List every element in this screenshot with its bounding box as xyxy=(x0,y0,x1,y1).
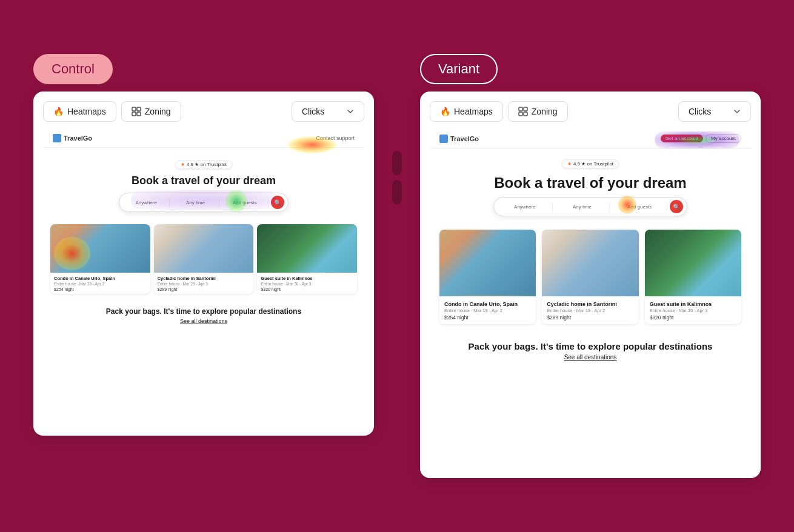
svg-rect-7 xyxy=(524,112,527,116)
control-card-1-info: Condo in Canale Urio, Spain Entire house… xyxy=(50,273,150,294)
variant-grid-icon xyxy=(518,107,528,116)
control-cards: Condo in Canale Urio, Spain Entire house… xyxy=(43,224,364,300)
control-toolbar: 🔥 Heatmaps Zoning Clicks xyxy=(43,101,364,122)
heat-variant-card1 xyxy=(439,295,536,296)
variant-search-bar[interactable]: Anywhere Any time Add guests 🔍 xyxy=(493,197,687,216)
control-logo: TravelGo xyxy=(53,134,92,142)
variant-search-anywhere[interactable]: Anywhere xyxy=(498,202,553,211)
variant-footer-link[interactable]: See all destinations xyxy=(442,354,739,361)
main-layout: Control 🔥 Heatmaps Zoning xyxy=(33,54,761,478)
variant-card-1[interactable]: Condo in Canale Urio, Spain Entire house… xyxy=(439,230,536,324)
variant-clicks-label: Clicks xyxy=(689,107,711,116)
variant-get-account-pill[interactable]: Get an account xyxy=(661,135,703,142)
svg-rect-1 xyxy=(137,107,141,111)
variant-rating-star: ★ xyxy=(567,161,572,167)
control-zoning-label: Zoning xyxy=(145,107,171,116)
control-card-2[interactable]: Cycladic home in Santorini Entire house … xyxy=(154,224,254,294)
variant-fire-icon: 🔥 xyxy=(440,107,450,116)
variant-card-2[interactable]: Cycladic home in Santorini Entire house … xyxy=(542,230,638,324)
variant-footer: Pack your bags. It's time to explore pop… xyxy=(430,331,751,367)
svg-rect-5 xyxy=(524,107,527,111)
variant-rating-text: 4.9 ★ on Trustpilot xyxy=(573,161,613,167)
variant-footer-title: Pack your bags. It's time to explore pop… xyxy=(442,341,739,351)
variant-card-1-image xyxy=(439,230,536,296)
control-card-2-image xyxy=(154,224,254,273)
variant-heatmaps-button[interactable]: 🔥 Heatmaps xyxy=(430,101,503,122)
control-search-anytime[interactable]: Any time xyxy=(172,198,219,207)
variant-card-1-title: Condo in Canale Urio, Spain xyxy=(444,301,531,307)
variant-card-1-info: Condo in Canale Urio, Spain Entire house… xyxy=(439,296,536,324)
variant-toolbar: 🔥 Heatmaps Zoning Clicks xyxy=(430,101,751,122)
fire-icon: 🔥 xyxy=(53,107,64,116)
control-card-1-image xyxy=(50,224,150,273)
connector-bottom xyxy=(392,180,402,204)
variant-card-3[interactable]: Guest suite in Kalimnos Entire house · M… xyxy=(645,230,741,324)
control-contact-support: Contact support xyxy=(316,135,355,141)
variant-card-3-image xyxy=(645,230,741,296)
control-clicks-label: Clicks xyxy=(302,107,324,116)
logo-icon xyxy=(53,134,61,142)
control-heatmaps-label: Heatmaps xyxy=(67,107,106,116)
heat-card1 xyxy=(54,237,90,270)
control-card-1-price: $254 night xyxy=(54,287,147,291)
control-card-3-price: $320 night xyxy=(261,287,353,291)
variant-logo-icon xyxy=(439,135,448,143)
control-nav-right: Contact support xyxy=(316,135,355,141)
variant-panel-col: Variant 🔥 Heatmaps Zoning xyxy=(420,54,761,478)
control-search-guests[interactable]: Add guests xyxy=(222,198,269,207)
control-card-3[interactable]: Guest suite in Kalimnos Entire house · M… xyxy=(257,224,357,294)
control-card-2-info: Cycladic home in Santorini Entire house … xyxy=(154,273,254,294)
variant-nav-pills: Get an account My account xyxy=(661,134,741,143)
variant-hero: ★ 4.9 ★ on Trustpilot Book a travel of y… xyxy=(430,148,751,230)
control-footer-link[interactable]: See all destinations xyxy=(55,318,352,324)
variant-search-guests[interactable]: Add guests xyxy=(612,202,667,211)
svg-rect-2 xyxy=(132,112,136,116)
connector xyxy=(392,54,402,204)
variant-heatmaps-label: Heatmaps xyxy=(454,107,493,116)
variant-zoning-button[interactable]: Zoning xyxy=(508,101,568,122)
control-card-1-title: Condo in Canale Urio, Spain xyxy=(54,276,147,281)
variant-zoning-label: Zoning xyxy=(532,107,558,116)
variant-chevron-down-icon xyxy=(733,108,741,115)
variant-search-button[interactable]: 🔍 xyxy=(670,200,683,213)
control-clicks-dropdown[interactable]: Clicks xyxy=(292,101,364,122)
svg-rect-3 xyxy=(137,112,141,116)
grid-icon xyxy=(132,107,141,116)
variant-card-3-subtitle: Entire house · Mar 20 - Apr 3 xyxy=(650,308,736,313)
variant-hero-title: Book a travel of your dream xyxy=(436,173,745,192)
control-search-anywhere[interactable]: Anywhere xyxy=(123,198,170,207)
control-card-1[interactable]: Condo in Canale Urio, Spain Entire house… xyxy=(50,224,150,294)
control-card-3-title: Guest suite in Kalimnos xyxy=(261,276,353,281)
control-mockup: TravelGo Contact support ★ 4.9 ★ on Trus… xyxy=(43,129,364,426)
control-card-3-info: Guest suite in Kalimnos Entire house · M… xyxy=(257,273,357,294)
svg-rect-4 xyxy=(519,107,522,111)
control-card-3-image xyxy=(257,224,357,273)
variant-card-2-image xyxy=(542,230,638,296)
variant-my-account-pill[interactable]: My account xyxy=(706,134,741,143)
variant-preview-frame: TravelGo Get an account My account ★ xyxy=(430,129,751,468)
control-heatmaps-button[interactable]: 🔥 Heatmaps xyxy=(43,101,116,122)
variant-card-3-title: Guest suite in Kalimnos xyxy=(650,301,736,307)
control-label: Control xyxy=(33,54,113,84)
control-footer: Pack your bags. It's time to explore pop… xyxy=(43,300,364,329)
variant-label: Variant xyxy=(420,54,498,84)
variant-logo-text: TravelGo xyxy=(450,135,479,142)
control-hero: ★ 4.9 ★ on Trustpilot Book a travel of y… xyxy=(43,148,364,224)
variant-clicks-dropdown[interactable]: Clicks xyxy=(678,101,751,122)
control-zoning-button[interactable]: Zoning xyxy=(121,101,181,122)
variant-search-anytime[interactable]: Any time xyxy=(555,202,610,211)
control-card-2-title: Cycladic home in Santorini xyxy=(158,276,250,281)
control-rating-text: 4.9 ★ on Trustpilot xyxy=(187,162,227,167)
control-search-button[interactable]: 🔍 xyxy=(271,196,284,209)
control-hero-title: Book a travel of your dream xyxy=(49,174,358,188)
control-search-bar[interactable]: Anywhere Any time Add guests 🔍 xyxy=(119,193,289,212)
rating-star: ★ xyxy=(181,162,185,167)
control-card-3-subtitle: Entire house · Mar 30 - Apr 3 xyxy=(261,282,353,286)
control-panel-col: Control 🔥 Heatmaps Zoning xyxy=(33,54,374,436)
variant-cards: Condo in Canale Urio, Spain Entire house… xyxy=(430,230,751,331)
control-footer-title: Pack your bags. It's time to explore pop… xyxy=(55,307,352,316)
variant-card-1-price: $254 night xyxy=(444,314,531,321)
variant-mockup-nav: TravelGo Get an account My account xyxy=(430,129,751,148)
control-mockup-nav: TravelGo Contact support xyxy=(43,129,364,148)
control-preview-frame: TravelGo Contact support ★ 4.9 ★ on Trus… xyxy=(43,129,364,426)
